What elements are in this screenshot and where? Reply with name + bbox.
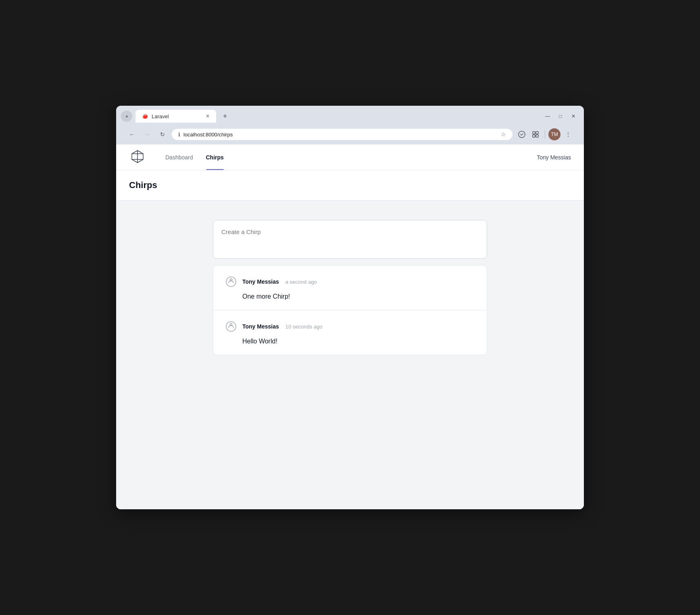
svg-point-12 <box>226 322 236 331</box>
chirps-list: Tony Messias a second ago One more Chirp… <box>213 265 487 355</box>
svg-point-11 <box>230 279 232 281</box>
address-input[interactable]: ℹ localhost:8000/chirps ☆ <box>172 129 512 140</box>
back-button[interactable]: ← <box>126 128 138 140</box>
app-logo[interactable] <box>129 148 146 167</box>
chirp-body: Hello World! <box>242 338 475 345</box>
tab-close-button[interactable]: ✕ <box>206 113 210 119</box>
toolbar-separator <box>545 130 545 138</box>
svg-rect-2 <box>536 132 538 134</box>
security-icon[interactable] <box>516 128 528 140</box>
chirp-time: 10 seconds ago <box>285 324 323 330</box>
content-container: Tony Messias a second ago One more Chirp… <box>213 220 487 355</box>
new-tab-button[interactable]: + <box>219 111 231 122</box>
minimize-button[interactable]: — <box>542 111 553 122</box>
chirp-time: a second ago <box>285 279 317 285</box>
browser-window: ▾ Laravel ✕ + — □ ✕ ← → ↻ <box>116 106 584 509</box>
address-bar-row: ← → ↻ ℹ localhost:8000/chirps ☆ <box>121 126 579 144</box>
maximize-button[interactable]: □ <box>555 111 566 122</box>
window-controls: — □ ✕ <box>542 111 579 122</box>
chirp-avatar-icon <box>225 320 237 333</box>
info-icon: ℹ <box>178 132 180 138</box>
svg-point-13 <box>230 324 232 326</box>
chirp-author: Tony Messias <box>242 323 279 330</box>
create-chirp-box <box>213 220 487 259</box>
page-title: Chirps <box>129 180 571 190</box>
tab-dropdown-button[interactable]: ▾ <box>121 111 132 122</box>
chirp-item: Tony Messias 10 seconds ago Hello World! <box>213 310 487 355</box>
url-text: localhost:8000/chirps <box>183 132 498 138</box>
main-content: Tony Messias a second ago One more Chirp… <box>116 201 584 509</box>
browser-tab[interactable]: Laravel ✕ <box>135 110 216 123</box>
tab-favicon <box>142 113 148 119</box>
profile-avatar[interactable]: TM <box>548 128 560 140</box>
browser-chrome: ▾ Laravel ✕ + — □ ✕ ← → ↻ <box>116 106 584 144</box>
extensions-icon[interactable] <box>529 128 542 140</box>
close-button[interactable]: ✕ <box>568 111 579 122</box>
tab-bar: ▾ Laravel ✕ + — □ ✕ <box>121 110 579 123</box>
forward-button[interactable]: → <box>141 128 153 140</box>
svg-rect-1 <box>533 132 535 134</box>
chirp-avatar-icon <box>225 275 237 288</box>
create-chirp-textarea[interactable] <box>221 228 479 249</box>
chirp-body: One more Chirp! <box>242 293 475 300</box>
tab-title: Laravel <box>152 113 169 119</box>
nav-links: Dashboard Chirps <box>159 144 230 170</box>
svg-rect-3 <box>533 135 535 137</box>
app-navbar: Dashboard Chirps Tony Messias <box>116 144 584 170</box>
svg-rect-4 <box>536 135 538 137</box>
bookmark-icon[interactable]: ☆ <box>501 131 506 138</box>
browser-action-buttons: TM ⋮ <box>516 128 574 140</box>
nav-user[interactable]: Tony Messias <box>537 154 571 161</box>
menu-button[interactable]: ⋮ <box>562 128 574 140</box>
chirp-header: Tony Messias a second ago <box>225 275 475 288</box>
chirp-item: Tony Messias a second ago One more Chirp… <box>213 266 487 310</box>
page-header: Chirps <box>116 170 584 201</box>
nav-chirps[interactable]: Chirps <box>200 144 230 170</box>
nav-dashboard[interactable]: Dashboard <box>159 144 200 170</box>
svg-point-10 <box>226 277 236 287</box>
page-content: Dashboard Chirps Tony Messias Chirps <box>116 144 584 509</box>
chirp-header: Tony Messias 10 seconds ago <box>225 320 475 333</box>
chirp-author: Tony Messias <box>242 278 279 285</box>
reload-button[interactable]: ↻ <box>156 128 169 140</box>
